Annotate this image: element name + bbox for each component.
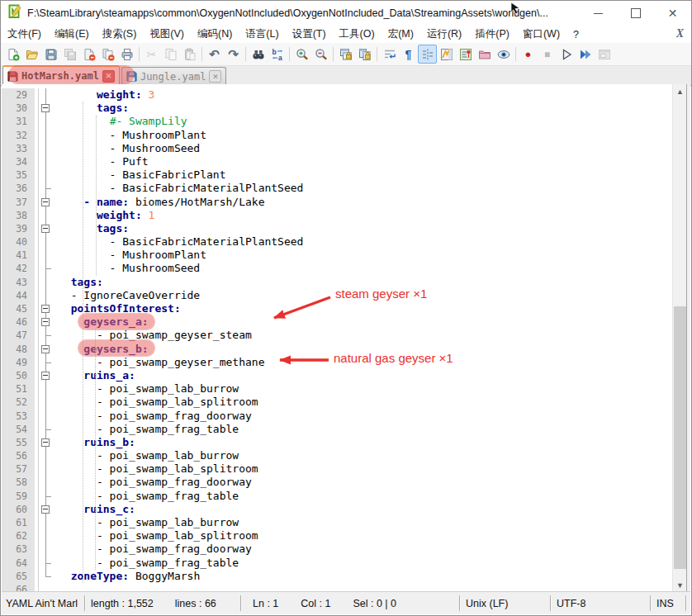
menu-item-settings[interactable]: 设置(T) bbox=[286, 26, 333, 43]
line-number: 49 bbox=[2, 356, 35, 369]
close-all-files-icon[interactable] bbox=[98, 45, 117, 64]
menu-item-search[interactable]: 搜索(S) bbox=[96, 26, 144, 43]
code-text[interactable]: - poi_swamp_lab_burrow bbox=[53, 516, 239, 529]
code-text[interactable]: - MushroomPlant bbox=[53, 129, 206, 142]
code-text[interactable]: - poi_swamp_lab_burrow bbox=[53, 382, 239, 396]
sync-vertical-scroll-icon[interactable] bbox=[336, 45, 355, 64]
save-icon[interactable] bbox=[41, 45, 60, 64]
function-list-icon[interactable] bbox=[456, 45, 475, 64]
fold-collapse-marker[interactable] bbox=[38, 503, 53, 516]
menu-item-plugins[interactable]: 插件(P) bbox=[468, 26, 516, 43]
code-text[interactable]: tags: bbox=[53, 102, 129, 115]
word-wrap-icon[interactable] bbox=[380, 45, 399, 64]
fold-collapse-marker[interactable] bbox=[38, 302, 53, 315]
zoom-in-icon[interactable] bbox=[292, 45, 311, 64]
paste-icon[interactable] bbox=[180, 45, 199, 64]
menu-item-language[interactable]: 语言(L) bbox=[239, 26, 285, 43]
code-text[interactable]: ruins_a: bbox=[53, 369, 135, 382]
redo-icon[interactable]: ↷ bbox=[224, 45, 243, 64]
scroll-up-arrow-icon[interactable]: ▲ bbox=[673, 84, 687, 98]
fold-collapse-marker[interactable] bbox=[38, 222, 53, 235]
code-text[interactable]: - BasicFabricMaterialPlantSeed bbox=[53, 235, 303, 249]
tab-jungle-yaml[interactable]: Jungle.yaml✕ bbox=[121, 67, 226, 85]
menu-item-macro[interactable]: 宏(M) bbox=[382, 26, 420, 43]
code-text[interactable]: - poi_swamp_frag_table bbox=[53, 490, 239, 503]
code-text[interactable]: - name: biomes/HotMarsh/Lake bbox=[53, 196, 264, 209]
code-text[interactable]: ruins_c: bbox=[53, 503, 135, 516]
cut-icon[interactable]: ✂ bbox=[142, 45, 161, 64]
code-text[interactable]: - MushroomSeed bbox=[53, 142, 200, 155]
save-macro-icon[interactable] bbox=[595, 45, 614, 64]
menu-item-run[interactable]: 运行(R) bbox=[420, 26, 468, 43]
code-text[interactable]: - poi_swamp_frag_table bbox=[53, 423, 239, 436]
code-text[interactable]: - IgnoreCaveOverride bbox=[53, 289, 200, 302]
code-text[interactable]: geysers_a: bbox=[53, 315, 149, 329]
code-text[interactable]: - poi_swamp_lab_burrow bbox=[53, 449, 239, 462]
code-text[interactable]: - MushroomSeed bbox=[53, 262, 200, 275]
record-macro-icon[interactable]: ● bbox=[519, 45, 538, 64]
folder-as-workspace-icon[interactable] bbox=[475, 45, 494, 64]
tab-hotmarsh-yaml[interactable]: HotMarsh.yaml✕ bbox=[2, 65, 120, 85]
open-file-icon[interactable] bbox=[22, 45, 41, 64]
code-text[interactable]: tags: bbox=[53, 222, 129, 235]
vertical-scrollbar[interactable]: ▲ ▼ bbox=[672, 84, 687, 592]
code-text[interactable]: tags: bbox=[53, 276, 103, 289]
new-file-icon[interactable] bbox=[3, 45, 22, 64]
menu-item-encoding[interactable]: 编码(N) bbox=[191, 26, 239, 43]
scrollbar-thumb[interactable] bbox=[674, 306, 686, 569]
menu-item-view[interactable]: 视图(V) bbox=[143, 26, 191, 43]
show-all-characters-icon[interactable]: ¶ bbox=[399, 45, 418, 64]
code-text[interactable]: geysers_b: bbox=[53, 343, 149, 356]
fold-collapse-marker[interactable] bbox=[38, 343, 53, 356]
stop-macro-icon[interactable]: ■ bbox=[538, 45, 557, 64]
menu-item-help[interactable]: ? bbox=[566, 27, 585, 42]
copy-icon[interactable] bbox=[161, 45, 180, 64]
sync-horizontal-scroll-icon[interactable] bbox=[355, 45, 374, 64]
fold-collapse-marker[interactable] bbox=[38, 315, 53, 329]
fold-collapse-marker[interactable] bbox=[38, 436, 53, 449]
menu-item-file[interactable]: 文件(F) bbox=[1, 26, 48, 43]
code-text[interactable]: - poi_swamp_lab_splitroom bbox=[53, 462, 258, 476]
code-text[interactable]: - BasicFabricMaterialPlantSeed bbox=[53, 182, 303, 195]
code-text[interactable]: pointsOfInterest: bbox=[53, 302, 181, 315]
code-text[interactable]: ruins_b: bbox=[53, 436, 135, 449]
menu-item-edit[interactable]: 编辑(E) bbox=[48, 26, 96, 43]
code-text[interactable]: #- SwampLily bbox=[53, 115, 187, 128]
indent-guide-icon[interactable] bbox=[418, 45, 437, 64]
code-text[interactable]: weight: 3 bbox=[53, 88, 154, 102]
find-icon[interactable] bbox=[249, 45, 268, 64]
menu-item-window[interactable]: 窗口(W) bbox=[516, 26, 566, 43]
undo-icon[interactable]: ↶ bbox=[205, 45, 224, 64]
maximize-button[interactable] bbox=[617, 1, 654, 26]
tab-close-icon[interactable]: ✕ bbox=[209, 70, 221, 83]
code-text[interactable]: - poi_swamp_lab_splitroom bbox=[53, 529, 258, 543]
menubar-close-icon[interactable]: X bbox=[676, 27, 684, 40]
code-text[interactable]: zoneType: BoggyMarsh bbox=[53, 570, 200, 583]
fold-collapse-marker[interactable] bbox=[38, 102, 53, 115]
code-text[interactable]: - poi_swamp_lab_splitroom bbox=[53, 396, 258, 409]
fold-collapse-marker[interactable] bbox=[38, 369, 53, 382]
code-text[interactable]: weight: 1 bbox=[53, 209, 154, 222]
close-file-icon[interactable] bbox=[79, 45, 98, 64]
zoom-out-icon[interactable] bbox=[311, 45, 330, 64]
code-text[interactable]: - poi_swamp_geyser_methane bbox=[53, 356, 264, 369]
tab-close-icon[interactable]: ✕ bbox=[102, 70, 115, 83]
play-macro-icon[interactable] bbox=[557, 45, 576, 64]
print-icon[interactable] bbox=[117, 45, 136, 64]
fold-collapse-marker[interactable] bbox=[38, 196, 53, 209]
code-text[interactable]: - BasicFabricPlant bbox=[53, 168, 226, 182]
save-all-icon[interactable] bbox=[60, 45, 79, 64]
code-text[interactable]: - Puft bbox=[53, 155, 149, 168]
document-map-icon[interactable] bbox=[437, 45, 456, 64]
replace-icon[interactable]: ba bbox=[268, 45, 287, 64]
run-macro-multiple-icon[interactable] bbox=[576, 45, 595, 64]
scroll-down-arrow-icon[interactable]: ▼ bbox=[673, 578, 687, 592]
document-monitoring-icon[interactable] bbox=[494, 45, 513, 64]
fold-margin bbox=[38, 396, 53, 409]
editor-pane[interactable]: 29 weight: 330 tags:31 #- SwampLily32 - … bbox=[2, 84, 687, 592]
menu-item-tools[interactable]: 工具(O) bbox=[333, 26, 382, 43]
close-button[interactable]: ✕ bbox=[654, 1, 691, 26]
code-text[interactable]: - poi_swamp_frag_table bbox=[53, 557, 239, 570]
minimize-button[interactable] bbox=[580, 1, 617, 26]
code-text[interactable]: - MushroomPlant bbox=[53, 249, 206, 262]
